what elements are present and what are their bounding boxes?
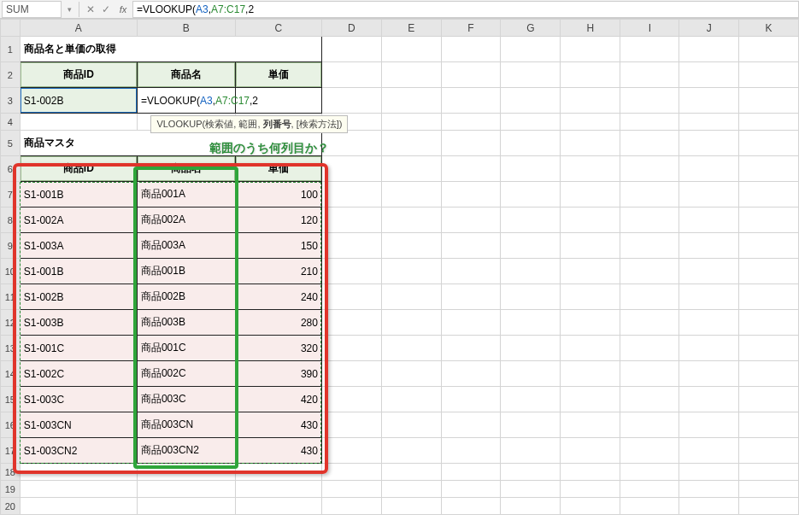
cell[interactable] bbox=[620, 259, 679, 284]
cell[interactable]: S1-001B bbox=[20, 182, 137, 208]
cell[interactable] bbox=[137, 498, 235, 515]
col-header[interactable]: K bbox=[739, 20, 799, 37]
cell[interactable] bbox=[381, 464, 441, 481]
cell[interactable] bbox=[381, 37, 441, 62]
cell[interactable] bbox=[441, 481, 501, 498]
cell[interactable] bbox=[739, 498, 799, 515]
row-header[interactable]: 17 bbox=[1, 438, 21, 464]
cell[interactable]: S1-001C bbox=[20, 336, 137, 361]
col-header[interactable]: G bbox=[501, 20, 561, 37]
cell[interactable]: 390 bbox=[235, 361, 321, 387]
row-header[interactable]: 10 bbox=[1, 259, 21, 284]
cell[interactable] bbox=[561, 481, 620, 498]
cell[interactable] bbox=[739, 361, 799, 387]
cell[interactable] bbox=[321, 387, 381, 412]
cell[interactable]: 420 bbox=[235, 387, 321, 412]
cell[interactable] bbox=[501, 412, 561, 438]
cell-b3-editing[interactable]: =VLOOKUP( A3 , A7:C17 , 2 bbox=[137, 88, 235, 114]
cell[interactable] bbox=[381, 156, 441, 182]
row-header[interactable]: 13 bbox=[1, 336, 21, 361]
cell[interactable]: 100 bbox=[235, 182, 321, 208]
cell[interactable] bbox=[441, 62, 501, 88]
cell[interactable] bbox=[501, 438, 561, 464]
cell-a3[interactable]: S1-002B bbox=[20, 88, 137, 114]
cell[interactable] bbox=[561, 233, 620, 259]
cell[interactable] bbox=[739, 284, 799, 310]
cell[interactable] bbox=[321, 498, 381, 515]
cell[interactable] bbox=[739, 336, 799, 361]
cell[interactable] bbox=[381, 438, 441, 464]
cell[interactable] bbox=[561, 62, 620, 88]
cell[interactable] bbox=[679, 88, 739, 114]
cell[interactable] bbox=[739, 387, 799, 412]
row-header[interactable]: 4 bbox=[1, 114, 21, 131]
cell[interactable]: 240 bbox=[235, 284, 321, 310]
cell[interactable]: 商品002C bbox=[137, 361, 235, 387]
cell[interactable] bbox=[739, 182, 799, 208]
cell[interactable] bbox=[321, 464, 381, 481]
cell[interactable]: S1-001B bbox=[20, 259, 137, 284]
cell[interactable] bbox=[739, 412, 799, 438]
cell[interactable] bbox=[561, 464, 620, 481]
col-header[interactable]: C bbox=[235, 20, 321, 37]
cell[interactable] bbox=[20, 464, 137, 481]
fx-icon[interactable]: fx bbox=[114, 4, 132, 15]
cell[interactable] bbox=[501, 259, 561, 284]
cancel-icon[interactable]: ✕ bbox=[83, 3, 98, 15]
cell[interactable] bbox=[739, 88, 799, 114]
cell[interactable] bbox=[620, 62, 679, 88]
row-header[interactable]: 2 bbox=[1, 62, 21, 88]
row-header[interactable]: 14 bbox=[1, 361, 21, 387]
cell[interactable] bbox=[561, 88, 620, 114]
cell[interactable] bbox=[679, 131, 739, 156]
cell[interactable] bbox=[381, 498, 441, 515]
cell[interactable] bbox=[441, 336, 501, 361]
cell[interactable] bbox=[679, 412, 739, 438]
cell[interactable] bbox=[441, 387, 501, 412]
cell[interactable]: 320 bbox=[235, 336, 321, 361]
cell[interactable] bbox=[381, 88, 441, 114]
cell[interactable]: S1-003CN bbox=[20, 412, 137, 438]
cell[interactable] bbox=[561, 37, 620, 62]
cell[interactable] bbox=[739, 131, 799, 156]
cell[interactable] bbox=[561, 412, 620, 438]
cell[interactable] bbox=[561, 498, 620, 515]
cell[interactable]: 150 bbox=[235, 233, 321, 259]
cell[interactable] bbox=[501, 284, 561, 310]
cell[interactable] bbox=[739, 438, 799, 464]
cell[interactable] bbox=[620, 284, 679, 310]
cell[interactable] bbox=[620, 387, 679, 412]
row-header[interactable]: 7 bbox=[1, 182, 21, 208]
cell[interactable] bbox=[679, 361, 739, 387]
cell[interactable] bbox=[381, 131, 441, 156]
cell[interactable] bbox=[679, 233, 739, 259]
cell[interactable] bbox=[381, 336, 441, 361]
cell[interactable] bbox=[679, 464, 739, 481]
cell[interactable]: S1-003B bbox=[20, 310, 137, 336]
cell[interactable] bbox=[679, 156, 739, 182]
cell[interactable] bbox=[441, 208, 501, 233]
cell[interactable] bbox=[501, 464, 561, 481]
cell[interactable] bbox=[441, 259, 501, 284]
cell[interactable] bbox=[321, 233, 381, 259]
cell[interactable] bbox=[679, 182, 739, 208]
cell[interactable] bbox=[561, 361, 620, 387]
row-header[interactable]: 6 bbox=[1, 156, 21, 182]
cell[interactable] bbox=[321, 412, 381, 438]
cell[interactable] bbox=[561, 310, 620, 336]
cell[interactable] bbox=[620, 310, 679, 336]
cell[interactable]: 430 bbox=[235, 438, 321, 464]
col-header[interactable]: J bbox=[679, 20, 739, 37]
cell[interactable]: S1-003C bbox=[20, 387, 137, 412]
cell[interactable] bbox=[441, 498, 501, 515]
cell[interactable] bbox=[321, 131, 381, 156]
cell[interactable] bbox=[321, 361, 381, 387]
cell[interactable] bbox=[620, 182, 679, 208]
cell[interactable] bbox=[501, 481, 561, 498]
cell[interactable] bbox=[381, 114, 441, 131]
cell[interactable] bbox=[321, 284, 381, 310]
cell[interactable]: S1-002B bbox=[20, 284, 137, 310]
cell[interactable]: 商品ID bbox=[20, 62, 137, 88]
spreadsheet-grid[interactable]: A B C D E F G H I J K 1 商品名と単価の取得 2 商品ID… bbox=[0, 19, 799, 515]
cell[interactable]: 単価 bbox=[235, 62, 321, 88]
